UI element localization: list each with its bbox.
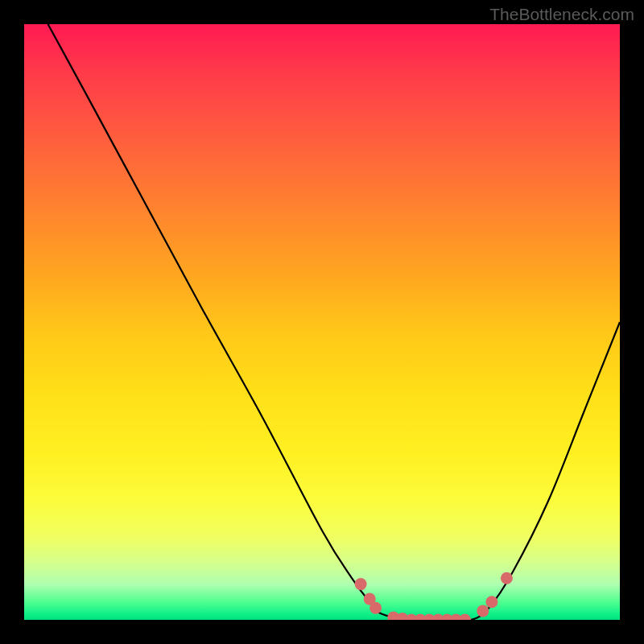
bottleneck-curve — [48, 24, 620, 620]
marker-dot — [459, 614, 471, 621]
marker-dot — [485, 596, 497, 608]
marker-dot — [477, 605, 489, 617]
marker-dot — [369, 602, 382, 614]
chart-svg — [24, 24, 620, 620]
marker-dot — [501, 572, 513, 584]
marker-dot — [355, 578, 367, 590]
plot-area — [24, 24, 620, 620]
highlight-markers — [355, 572, 513, 620]
watermark-text: TheBottleneck.com — [489, 5, 634, 24]
